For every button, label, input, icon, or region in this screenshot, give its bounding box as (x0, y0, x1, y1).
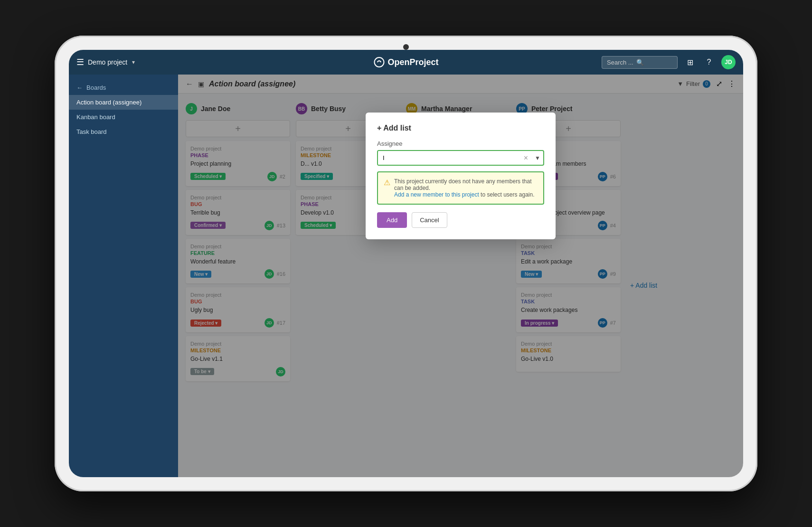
nav-left: ☰ Demo project ▾ (76, 57, 135, 67)
project-name[interactable]: Demo project (88, 58, 127, 66)
nav-right: Search ... 🔍 ⊞ ? JD (602, 55, 736, 69)
warning-link[interactable]: Add a new member to this project (394, 191, 479, 198)
sidebar-item-action-board[interactable]: Action board (assignee) (69, 95, 178, 110)
grid-icon-btn[interactable]: ⊞ (683, 56, 697, 69)
assignee-input-row: × ▼ (377, 150, 544, 166)
hamburger-icon[interactable]: ☰ (76, 57, 84, 67)
modal-title: + Add list (377, 124, 544, 132)
sidebar: ← Boards Action board (assignee) Kanban … (69, 75, 178, 477)
input-clear-icon[interactable]: × (520, 154, 532, 162)
tablet-camera (403, 44, 409, 50)
add-list-modal: + Add list Assignee × ▼ ⚠ This project c… (366, 113, 556, 239)
openproject-logo: OpenProject (373, 56, 438, 68)
board-area: ← ▣ Action board (assignee) ▼ Filter 0 ⤢… (178, 75, 743, 477)
warning-text: This project currently does not have any… (394, 178, 538, 198)
help-icon-btn[interactable]: ? (702, 56, 716, 69)
sidebar-item-kanban[interactable]: Kanban board (69, 110, 178, 124)
svg-point-0 (374, 57, 384, 67)
search-placeholder: Search ... (607, 59, 633, 66)
cancel-button[interactable]: Cancel (412, 212, 447, 228)
logo-svg (373, 56, 385, 68)
modal-actions: Add Cancel (377, 212, 544, 228)
search-icon: 🔍 (636, 59, 644, 66)
logo-text: OpenProject (387, 57, 438, 67)
add-button[interactable]: Add (377, 212, 407, 228)
tablet-screen: ☰ Demo project ▾ OpenProject Search ... … (69, 50, 743, 477)
sidebar-item-task-board[interactable]: Task board (69, 124, 178, 139)
modal-overlay: + Add list Assignee × ▼ ⚠ This project c… (178, 75, 743, 477)
sidebar-boards-label: Boards (86, 84, 106, 91)
assignee-label: Assignee (377, 140, 544, 147)
sidebar-back-icon: ← (76, 84, 83, 91)
nav-center: OpenProject (373, 56, 438, 68)
sidebar-back-btn[interactable]: ← Boards (69, 80, 178, 95)
warning-icon: ⚠ (384, 178, 390, 198)
main-layout: ← Boards Action board (assignee) Kanban … (69, 75, 743, 477)
warning-box: ⚠ This project currently does not have a… (377, 171, 544, 205)
user-avatar[interactable]: JD (721, 55, 736, 69)
input-dropdown-icon[interactable]: ▼ (532, 155, 543, 161)
tablet-frame: ☰ Demo project ▾ OpenProject Search ... … (55, 36, 757, 491)
assignee-input[interactable] (378, 151, 520, 165)
top-nav: ☰ Demo project ▾ OpenProject Search ... … (69, 50, 743, 75)
project-dropdown-icon[interactable]: ▾ (132, 59, 135, 66)
search-box[interactable]: Search ... 🔍 (602, 56, 678, 69)
